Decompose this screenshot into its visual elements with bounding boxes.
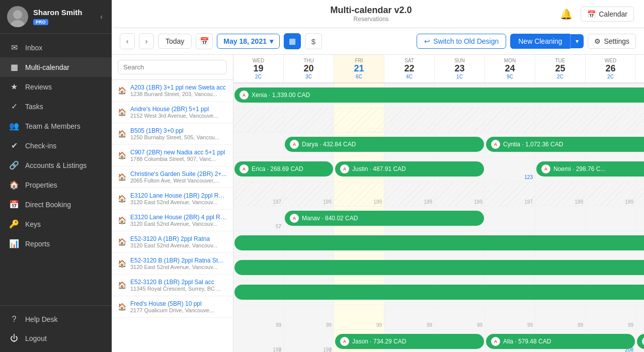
grid-cell[interactable]: 99 bbox=[636, 305, 644, 329]
booking-bar-container[interactable] bbox=[233, 260, 644, 275]
sidebar-item-reports[interactable]: 📊 Reports bbox=[0, 234, 112, 253]
property-item[interactable]: 🏠 E52-3120 B (1BR) 2ppl Sal acc 11345 Ro… bbox=[112, 275, 233, 296]
grid-cell[interactable] bbox=[636, 207, 644, 231]
grid-cell[interactable]: 99 bbox=[485, 305, 535, 329]
airbnb-logo-icon: A bbox=[642, 337, 644, 346]
calendar-view-icon-button[interactable]: 📅 bbox=[196, 33, 213, 49]
grid-cell[interactable]: 757 bbox=[233, 207, 284, 231]
sidebar-collapse-button[interactable]: ‹ bbox=[98, 11, 105, 23]
today-button[interactable]: Today bbox=[158, 34, 192, 49]
property-search-input[interactable] bbox=[118, 60, 227, 74]
property-item[interactable]: 🏠 B505 (1BR) 3+0 ppl 1250 Burnaby Street… bbox=[112, 123, 233, 145]
booking-bar-container[interactable]: AJason · 734.29 CAD bbox=[334, 334, 485, 349]
next-button[interactable]: › bbox=[139, 33, 154, 49]
grid-cell[interactable]: 199 bbox=[586, 182, 636, 206]
sidebar-header: Sharon Smith PRO ‹ bbox=[0, 0, 112, 34]
property-item[interactable]: 🏠 E3120 Lane House (2BR) 4 ppl Rat... 31… bbox=[112, 210, 233, 231]
grid-cell[interactable]: 99 bbox=[535, 305, 586, 329]
property-item[interactable]: 🏠 Andre's House (2BR) 5+1 ppl 2152 West … bbox=[112, 102, 233, 123]
grid-cell[interactable] bbox=[435, 108, 485, 132]
sidebar-item-tasks[interactable]: ✓ Tasks bbox=[0, 97, 112, 116]
notification-bell-icon[interactable]: 🔔 bbox=[560, 8, 573, 20]
grid-cell[interactable] bbox=[586, 207, 636, 231]
sidebar-item-check-ins[interactable]: ✔ Check-ins bbox=[0, 136, 112, 155]
property-info: Fred's House (5BR) 10 ppl 2177 Qualicum … bbox=[130, 300, 227, 313]
grid-cell[interactable]: 99 bbox=[284, 305, 334, 329]
grid-cell[interactable] bbox=[485, 108, 535, 132]
property-item[interactable]: 🏠 Christine's Garden Suite (2BR) 2+... 2… bbox=[112, 166, 233, 188]
sidebar-item-logout[interactable]: ⏻ Logout bbox=[0, 329, 112, 348]
grid-cell[interactable]: 199 bbox=[384, 182, 435, 206]
grid-cell[interactable]: 199 bbox=[334, 182, 384, 206]
day-header-25: TUE 25 2C bbox=[535, 55, 586, 82]
booking-bar-label: Jason · 734.29 CAD bbox=[352, 338, 406, 345]
new-cleaning-button[interactable]: New Cleaning bbox=[510, 34, 570, 49]
grid-cell[interactable]: 99 bbox=[586, 305, 636, 329]
dollar-view-button[interactable]: $ bbox=[305, 33, 322, 49]
sidebar-item-team-members[interactable]: 👥 Team & Members bbox=[0, 116, 112, 136]
booking-bar-container[interactable]: AHa... bbox=[636, 334, 644, 349]
prev-button[interactable]: ‹ bbox=[120, 33, 135, 49]
sidebar-item-inbox[interactable]: ✉ Inbox bbox=[0, 38, 112, 57]
booking-bar-container[interactable] bbox=[233, 285, 644, 300]
sidebar-item-accounts-listings[interactable]: 🔗 Accounts & Listings bbox=[0, 155, 112, 175]
property-item[interactable]: 🏠 E52-3120 B (1BR) 2ppl Ratna Stea... 31… bbox=[112, 253, 233, 275]
calendar-grid[interactable]: WED 19 2C THU 20 3C FRI 21 6C SAT 22 4C … bbox=[233, 55, 644, 352]
property-item[interactable]: 🏠 E52-3120 A (1BR) 2ppl Ratna 3120 East … bbox=[112, 231, 233, 253]
grid-view-button[interactable]: ▦ bbox=[284, 33, 301, 49]
grid-cell[interactable]: 99 bbox=[233, 305, 284, 329]
property-item[interactable]: 🏠 Fred's House (5BR) 10 ppl 2177 Qualicu… bbox=[112, 296, 233, 318]
new-cleaning-dropdown-button[interactable]: ▾ bbox=[570, 34, 584, 48]
grid-cell[interactable] bbox=[586, 108, 636, 132]
switch-old-design-button[interactable]: ↩ Switch to Old Design bbox=[417, 34, 506, 49]
sidebar-item-multi-calendar[interactable]: ▦ Multi-calendar bbox=[0, 57, 112, 77]
cell-price-secondary: 199 bbox=[575, 199, 583, 205]
day-header-22: SAT 22 4C bbox=[384, 55, 435, 82]
sidebar-item-help-desk[interactable]: ? Help Desk bbox=[0, 310, 112, 329]
sidebar-item-keys[interactable]: 🔑 Keys bbox=[0, 214, 112, 234]
sidebar-item-direct-booking[interactable]: 📅 Direct Booking bbox=[0, 195, 112, 214]
property-item[interactable]: 🏠 E3120 Lane House (1BR) 2ppl Rat... 312… bbox=[112, 188, 233, 210]
grid-cell[interactable] bbox=[334, 108, 384, 132]
booking-bar-container[interactable]: AAlla · 579.48 CAD bbox=[485, 334, 636, 349]
grid-cell[interactable]: 99 bbox=[435, 305, 485, 329]
grid-cell[interactable]: 99 bbox=[384, 305, 435, 329]
grid-cell[interactable]: 198 bbox=[636, 182, 644, 206]
sidebar-item-reviews[interactable]: ★ Reviews bbox=[0, 77, 112, 97]
sidebar-item-properties[interactable]: 🏠 Properties bbox=[0, 175, 112, 195]
cell-price-secondary: 199 bbox=[424, 199, 432, 205]
calendar-button[interactable]: 📅 Calendar bbox=[581, 7, 634, 22]
grid-cell[interactable] bbox=[636, 108, 644, 132]
property-item[interactable]: 🏠 A203 (1BR) 3+1 ppl new Sweta acc 1238 … bbox=[112, 80, 233, 102]
date-picker[interactable]: May 18, 2021 ▾ bbox=[217, 34, 280, 49]
booking-bar-container[interactable]: AManav · 840.02 CAD bbox=[284, 211, 485, 226]
grid-cell[interactable]: 2199 bbox=[284, 330, 334, 352]
grid-cell[interactable]: 199 bbox=[284, 182, 334, 206]
grid-cell[interactable]: 199 bbox=[535, 182, 586, 206]
toolbar: ‹ › Today 📅 May 18, 2021 ▾ ▦ $ ↩ Switch … bbox=[112, 28, 644, 55]
grid-cell[interactable] bbox=[384, 108, 435, 132]
booking-bar-container[interactable]: AXenia · 1,339.00 CAD bbox=[233, 87, 644, 103]
booking-bar-label: Erica · 268.69 CAD bbox=[252, 165, 303, 172]
grid-cell[interactable]: 123 bbox=[485, 157, 535, 182]
grid-cell[interactable] bbox=[233, 108, 284, 132]
grid-row: ADarya · 432.84 CADACyntia · 1,072.36 CA… bbox=[233, 133, 644, 157]
booking-bar-container[interactable] bbox=[233, 235, 644, 250]
booking-bar-container[interactable]: AErica · 268.69 CAD bbox=[233, 161, 334, 177]
grid-cell[interactable]: 199 bbox=[435, 182, 485, 206]
booking-bar-container[interactable]: ACyntia · 1,072.36 CAD bbox=[485, 137, 644, 152]
grid-cell[interactable] bbox=[535, 108, 586, 132]
grid-cell[interactable] bbox=[535, 207, 586, 231]
booking-bar-container[interactable]: AJustin · 487.91 CAD bbox=[334, 161, 485, 177]
grid-cell[interactable]: 99 bbox=[334, 305, 384, 329]
settings-button[interactable]: ⚙ Settings bbox=[588, 34, 636, 49]
booking-bar-container[interactable]: ADarya · 432.84 CAD bbox=[284, 137, 485, 152]
grid-cell[interactable]: 197 bbox=[485, 182, 535, 206]
grid-cell[interactable] bbox=[233, 133, 284, 157]
grid-cell[interactable] bbox=[284, 108, 334, 132]
grid-cell[interactable]: 2199 bbox=[233, 330, 284, 352]
grid-cell[interactable]: 197 bbox=[233, 182, 284, 206]
grid-cell[interactable] bbox=[485, 207, 535, 231]
booking-bar-container[interactable]: ANoemi · 298.76 C... bbox=[535, 161, 644, 177]
property-item[interactable]: 🏠 C907 (2BR) new Nadia acc 5+1 ppl 1788 … bbox=[112, 145, 233, 166]
